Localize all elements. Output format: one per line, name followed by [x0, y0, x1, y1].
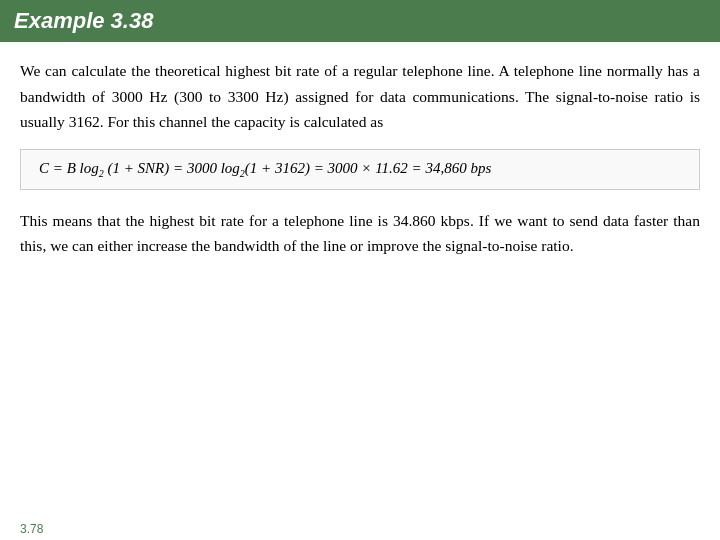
main-paragraph: We can calculate the theoretical highest… [20, 58, 700, 135]
header-bar: Example 3.38 [0, 0, 720, 42]
page-container: Example 3.38 We can calculate the theore… [0, 0, 720, 540]
formula-content: C = B log2 (1 + SNR) = 3000 log2(1 + 316… [39, 160, 681, 179]
formula-box: C = B log2 (1 + SNR) = 3000 log2(1 + 316… [20, 149, 700, 190]
example-title: Example 3.38 [14, 8, 153, 34]
second-paragraph: This means that the highest bit rate for… [20, 208, 700, 259]
formula-text: C = B log2 (1 + SNR) = 3000 log2(1 + 316… [39, 160, 491, 179]
page-number: 3.78 [0, 518, 720, 540]
content-area: We can calculate the theoretical highest… [0, 42, 720, 518]
